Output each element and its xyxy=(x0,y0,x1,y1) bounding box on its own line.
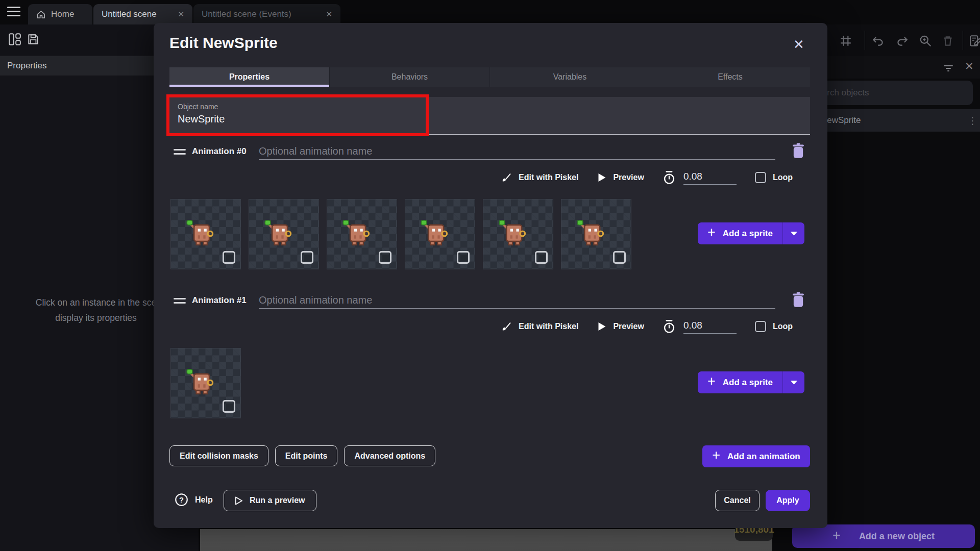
delete-animation-icon[interactable] xyxy=(791,292,807,309)
help-button[interactable]: ? Help xyxy=(175,493,213,507)
add-sprite-dropdown[interactable] xyxy=(783,222,804,244)
main-menu-icon[interactable] xyxy=(7,7,20,18)
object-name-input[interactable] xyxy=(178,113,484,125)
sprite-frame-tile[interactable] xyxy=(327,199,397,269)
edit-with-piskel-button[interactable]: Edit with Piskel xyxy=(519,322,578,331)
object-options-row: Edit collision masks Edit points Advance… xyxy=(169,445,435,466)
add-sprite-button[interactable]: +Add a sprite xyxy=(698,222,804,244)
frame-select-checkbox[interactable] xyxy=(223,400,235,413)
panels-layout-icon[interactable] xyxy=(8,33,21,46)
pig-sprite-image xyxy=(185,368,216,396)
delete-icon[interactable] xyxy=(941,34,954,47)
sprite-frame-tile[interactable] xyxy=(249,199,319,269)
animation-tools-row: Edit with Piskel Preview Loop xyxy=(501,317,793,336)
scene-canvas-edge[interactable] xyxy=(199,529,772,551)
chevron-down-icon xyxy=(791,381,797,385)
loop-label: Loop xyxy=(773,173,793,182)
sprite-frame-tile[interactable] xyxy=(483,199,553,269)
tab-home[interactable]: Home xyxy=(28,4,92,24)
close-panel-icon[interactable]: ✕ xyxy=(965,60,974,72)
sprite-frame-tile[interactable] xyxy=(170,199,241,269)
edit-collision-masks-button[interactable]: Edit collision masks xyxy=(169,445,268,466)
pig-sprite-image xyxy=(576,219,606,247)
undo-icon[interactable] xyxy=(872,34,885,47)
tab-events-label: Untitled scene (Events) xyxy=(202,9,291,19)
tab-effects[interactable]: Effects xyxy=(650,67,810,87)
object-list-item[interactable]: NewSprite ⋮ xyxy=(801,109,980,132)
run-preview-button[interactable]: Run a preview xyxy=(224,490,316,511)
timer-icon xyxy=(663,320,676,334)
preview-button[interactable]: Preview xyxy=(613,173,644,182)
pig-sprite-image xyxy=(498,219,528,247)
time-between-frames-input[interactable] xyxy=(683,320,737,334)
dialog-tabbar: Properties Behaviors Variables Effects xyxy=(169,67,810,87)
play-icon xyxy=(598,322,606,331)
toolbar-divider xyxy=(963,31,963,50)
toolbar-divider xyxy=(865,31,865,50)
add-sprite-dropdown[interactable] xyxy=(783,371,804,393)
search-objects-input[interactable] xyxy=(802,81,973,105)
sprite-frame-tile[interactable] xyxy=(170,348,241,418)
brush-icon xyxy=(501,172,512,183)
animation-section-0: Animation #0 Edit with Piskel Preview Lo… xyxy=(169,143,810,296)
zoom-in-icon[interactable] xyxy=(919,34,932,47)
time-between-frames-input[interactable] xyxy=(683,171,737,185)
plus-icon: + xyxy=(712,448,720,462)
tab-untitled-scene[interactable]: Untitled scene ✕ xyxy=(93,4,192,24)
edit-scene-properties-icon[interactable] xyxy=(969,34,980,47)
edit-points-button[interactable]: Edit points xyxy=(275,445,338,466)
play-icon xyxy=(598,173,606,182)
animation-name-input[interactable] xyxy=(259,292,775,309)
pig-sprite-image xyxy=(185,219,216,247)
drag-handle-icon[interactable] xyxy=(174,298,186,306)
loop-checkbox[interactable] xyxy=(755,172,766,183)
top-bar: Home Untitled scene ✕ Untitled scene (Ev… xyxy=(0,0,980,24)
cancel-button[interactable]: Cancel xyxy=(715,490,760,511)
drag-handle-icon[interactable] xyxy=(174,149,186,157)
preview-button[interactable]: Preview xyxy=(613,322,644,331)
tab-home-label: Home xyxy=(51,9,74,19)
object-name-label: Object name xyxy=(178,103,218,111)
sprite-frames-list xyxy=(170,199,631,269)
grid-icon[interactable] xyxy=(839,34,852,47)
frame-select-checkbox[interactable] xyxy=(379,251,391,264)
frame-select-checkbox[interactable] xyxy=(535,251,548,264)
close-tab-icon[interactable]: ✕ xyxy=(326,10,332,19)
close-dialog-icon[interactable]: ✕ xyxy=(790,35,808,54)
loop-label: Loop xyxy=(773,322,793,331)
sprite-frame-tile[interactable] xyxy=(561,199,631,269)
object-name-field[interactable]: Object name xyxy=(169,97,810,135)
animation-tools-row: Edit with Piskel Preview Loop xyxy=(501,168,793,187)
tab-variables[interactable]: Variables xyxy=(490,67,650,87)
redo-icon[interactable] xyxy=(895,34,909,47)
advanced-options-button[interactable]: Advanced options xyxy=(344,445,435,466)
brush-icon xyxy=(501,321,512,332)
add-animation-button[interactable]: + Add an animation xyxy=(702,445,810,467)
object-item-menu-icon[interactable]: ⋮ xyxy=(968,115,977,127)
frame-select-checkbox[interactable] xyxy=(457,251,470,264)
sprite-frame-tile[interactable] xyxy=(405,199,475,269)
plus-icon: + xyxy=(832,529,841,542)
tab-behaviors[interactable]: Behaviors xyxy=(330,67,490,87)
save-icon[interactable] xyxy=(27,33,40,46)
edit-object-dialog: Edit NewSprite ✕ Properties Behaviors Va… xyxy=(154,23,827,528)
close-tab-icon[interactable]: ✕ xyxy=(178,10,184,19)
plus-icon: + xyxy=(707,226,716,239)
tab-untitled-scene-events[interactable]: Untitled scene (Events) ✕ xyxy=(193,4,340,24)
filter-icon[interactable] xyxy=(942,62,954,74)
add-sprite-button[interactable]: +Add a sprite xyxy=(698,371,804,393)
frame-select-checkbox[interactable] xyxy=(613,251,626,264)
animation-title: Animation #1 xyxy=(192,295,247,306)
apply-button[interactable]: Apply xyxy=(766,490,810,511)
delete-animation-icon[interactable] xyxy=(791,143,807,160)
frame-select-checkbox[interactable] xyxy=(223,251,235,264)
tab-properties[interactable]: Properties xyxy=(169,67,330,87)
animation-section-1: Animation #1 Edit with Piskel Preview Lo… xyxy=(169,292,810,445)
loop-checkbox[interactable] xyxy=(755,321,766,332)
edit-with-piskel-button[interactable]: Edit with Piskel xyxy=(519,173,578,182)
home-icon xyxy=(36,10,46,19)
animation-name-input[interactable] xyxy=(259,143,775,160)
frame-select-checkbox[interactable] xyxy=(301,251,313,264)
plus-icon: + xyxy=(707,374,716,388)
sprite-frames-list xyxy=(170,348,241,418)
